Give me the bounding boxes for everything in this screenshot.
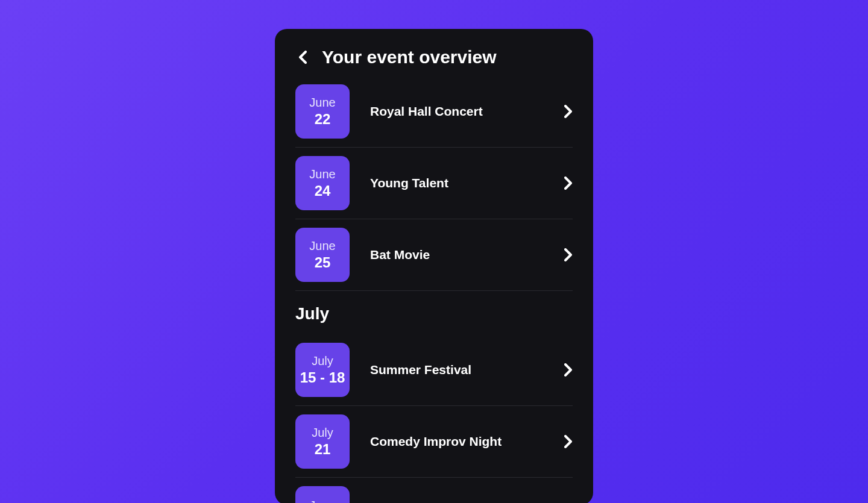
- event-overview-card: Your event overview June 22 Royal Hall C…: [275, 29, 593, 503]
- page-title: Your event overview: [322, 47, 497, 67]
- event-title: Royal Hall Concert: [370, 104, 544, 119]
- date-badge: June 22: [295, 84, 350, 139]
- event-item[interactable]: July 21 Comedy Improv Night: [295, 406, 573, 478]
- event-title: Summer Festival: [370, 363, 544, 377]
- chevron-right-icon: [564, 177, 573, 190]
- back-button[interactable]: [295, 50, 310, 64]
- chevron-right-icon: [564, 105, 573, 118]
- event-detail-button[interactable]: [564, 177, 573, 190]
- chevron-left-icon: [298, 51, 307, 64]
- date-badge: June 24: [295, 156, 350, 210]
- month-header: July: [295, 291, 573, 334]
- date-badge: June 25: [295, 228, 350, 282]
- date-day: 22: [315, 111, 331, 128]
- event-detail-button[interactable]: [564, 435, 573, 448]
- date-day: 21: [315, 441, 331, 458]
- event-detail-button[interactable]: [564, 105, 573, 118]
- event-item[interactable]: July 15 - 18 Summer Festival: [295, 334, 573, 406]
- date-month: June: [309, 167, 335, 181]
- date-day: 24: [315, 183, 331, 199]
- date-month: June: [309, 239, 335, 253]
- event-item[interactable]: June 24 Young Talent: [295, 148, 573, 219]
- date-badge: June: [295, 486, 350, 503]
- event-item[interactable]: June 22 Royal Hall Concert: [295, 84, 573, 148]
- event-detail-button[interactable]: [564, 248, 573, 261]
- date-day: 25: [315, 254, 331, 271]
- date-month: July: [312, 426, 333, 440]
- date-month: June: [309, 96, 335, 110]
- event-title: Bat Movie: [370, 248, 544, 262]
- event-item[interactable]: June 25 Bat Movie: [295, 219, 573, 291]
- event-title: Comedy Improv Night: [370, 434, 544, 449]
- event-item-partial[interactable]: June: [295, 478, 573, 503]
- chevron-right-icon: [564, 363, 573, 376]
- date-day: 15 - 18: [300, 369, 345, 386]
- date-badge: July 21: [295, 414, 350, 469]
- chevron-right-icon: [564, 248, 573, 261]
- date-month: June: [309, 499, 335, 503]
- date-month: July: [312, 354, 333, 368]
- chevron-right-icon: [564, 435, 573, 448]
- event-title: Young Talent: [370, 176, 544, 190]
- event-detail-button[interactable]: [564, 363, 573, 376]
- date-badge: July 15 - 18: [295, 343, 350, 397]
- event-list: June 22 Royal Hall Concert June 24 Young…: [295, 84, 573, 503]
- card-header: Your event overview: [295, 47, 573, 67]
